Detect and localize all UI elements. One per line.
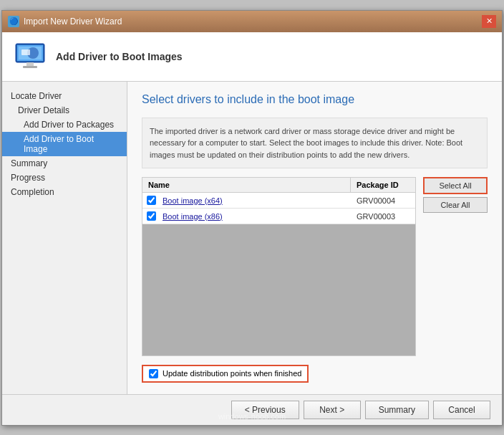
update-distribution-label: Update distribution points when finished [163, 369, 301, 378]
row1-check-cell [142, 193, 160, 208]
description-text: The imported driver is a network card dr… [142, 118, 488, 169]
table-header: Name Package ID [142, 178, 415, 193]
row2-pkg-id: GRV00003 [351, 209, 415, 224]
main-content: Locate Driver Driver Details Add Driver … [2, 82, 502, 394]
wizard-footer: < Previous Next > Summary Cancel [2, 394, 502, 425]
main-window: 🔵 Import New Driver Wizard ✕ Add Driver … [1, 10, 503, 426]
update-distribution-row: Update distribution points when finished [142, 365, 309, 383]
update-distribution-checkbox[interactable] [149, 369, 158, 378]
row1-name[interactable]: Boot image (x64) [160, 193, 351, 208]
sidebar-item-add-to-boot-image[interactable]: Add Driver to Boot Image [2, 132, 127, 156]
table-row: Boot image (x64) GRV00004 [142, 193, 415, 209]
title-bar: 🔵 Import New Driver Wizard ✕ [2, 11, 502, 32]
sidebar-item-driver-details[interactable]: Driver Details [2, 103, 127, 118]
sidebar-item-summary[interactable]: Summary [2, 156, 127, 171]
table-body: Boot image (x64) GRV00004 Boot image (x8… [142, 193, 415, 355]
next-button[interactable]: Next > [304, 401, 361, 419]
summary-button[interactable]: Summary [365, 401, 429, 419]
close-button[interactable]: ✕ [482, 15, 496, 28]
table-buttons: Select All Clear All [423, 177, 488, 356]
svg-rect-4 [23, 66, 37, 68]
app-icon: 🔵 [8, 16, 19, 27]
section-title: Select drivers to include in the boot im… [142, 93, 488, 106]
col-header-pkg-id: Package ID [351, 178, 415, 192]
row2-checkbox[interactable] [147, 211, 156, 221]
window-title: Import New Driver Wizard [24, 16, 122, 27]
table-row: Boot image (x86) GRV00003 [142, 209, 415, 224]
cancel-button[interactable]: Cancel [433, 401, 490, 419]
boot-image-table: Name Package ID Boot image (x64) GRV0000… [142, 177, 416, 356]
sidebar-item-progress[interactable]: Progress [2, 171, 127, 185]
previous-button[interactable]: < Previous [231, 401, 299, 419]
col-header-name: Name [142, 178, 351, 192]
sidebar-item-completion[interactable]: Completion [2, 185, 127, 199]
row1-pkg-id: GRV00004 [351, 193, 415, 208]
row1-checkbox[interactable] [147, 196, 156, 205]
content-area: Select drivers to include in the boot im… [127, 82, 502, 394]
header-icon [13, 39, 47, 74]
table-and-buttons: Name Package ID Boot image (x64) GRV0000… [142, 177, 488, 356]
wizard-header: Add Driver to Boot Images [2, 32, 502, 82]
sidebar-item-add-to-packages[interactable]: Add Driver to Packages [2, 118, 127, 132]
sidebar: Locate Driver Driver Details Add Driver … [2, 82, 127, 394]
select-all-button[interactable]: Select All [423, 177, 488, 194]
clear-all-button[interactable]: Clear All [423, 197, 488, 213]
title-bar-left: 🔵 Import New Driver Wizard [8, 16, 122, 27]
header-title: Add Driver to Boot Images [56, 51, 183, 62]
svg-rect-6 [21, 49, 30, 55]
row2-check-cell [142, 209, 160, 224]
row2-name[interactable]: Boot image (x86) [160, 209, 351, 224]
sidebar-item-locate-driver[interactable]: Locate Driver [2, 89, 127, 103]
